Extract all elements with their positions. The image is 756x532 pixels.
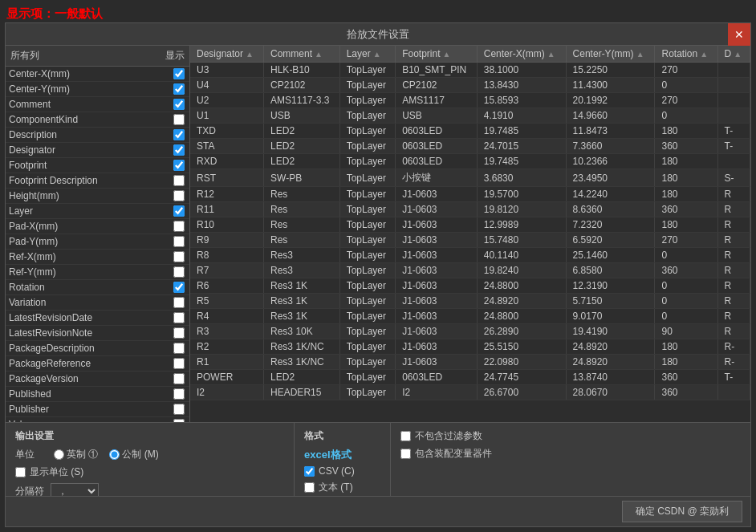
field-label: Ref-X(mm) bbox=[9, 251, 173, 262]
field-label: Layer bbox=[9, 205, 173, 217]
field-label: Published bbox=[9, 388, 173, 400]
field-checkbox[interactable] bbox=[173, 160, 185, 171]
table-row[interactable]: R7Res3TopLayerJ1-060319.82406.8580360R bbox=[190, 263, 750, 278]
csv-checkbox[interactable] bbox=[304, 466, 315, 477]
field-checkbox[interactable] bbox=[173, 388, 185, 400]
unit-row: 单位 英制 ① 公制 (M) bbox=[15, 448, 284, 461]
field-label: Footprint Description bbox=[9, 175, 173, 186]
field-checkbox[interactable] bbox=[173, 175, 185, 186]
field-checkbox[interactable] bbox=[173, 373, 185, 384]
table-row[interactable]: I2HEADER15TopLayerI226.670028.0670360 bbox=[190, 385, 750, 400]
table-row[interactable]: TXDLED2TopLayer0603LED19.748511.8473180T… bbox=[190, 124, 750, 139]
dialog-title: 拾放文件设置 bbox=[347, 27, 409, 42]
field-label: Ref-Y(mm) bbox=[9, 266, 173, 278]
table-row[interactable]: U2AMS1117-3.3TopLayerAMS111715.859320.19… bbox=[190, 93, 750, 108]
table-row[interactable]: R5Res3 1KTopLayerJ1-060324.89205.71500R bbox=[190, 294, 750, 309]
field-label: Variation bbox=[9, 297, 173, 308]
field-label: Footprint bbox=[9, 160, 173, 171]
table-header-d: D▲ bbox=[717, 46, 750, 63]
table-row[interactable]: R3Res3 10KTopLayerJ1-060326.289019.41909… bbox=[190, 324, 750, 339]
field-checkbox[interactable] bbox=[173, 68, 185, 79]
imperial-radio[interactable] bbox=[54, 449, 64, 460]
field-checkbox[interactable] bbox=[173, 404, 185, 415]
field-checkbox[interactable] bbox=[173, 282, 185, 293]
field-checkbox[interactable] bbox=[173, 129, 185, 140]
col-all-label: 所有列 bbox=[10, 49, 39, 63]
table-row[interactable]: U4CP2102TopLayerCP210213.843011.43000 bbox=[190, 78, 750, 93]
table-row[interactable]: R11ResTopLayerJ1-060319.81208.6360360R bbox=[190, 202, 750, 217]
text-label: 文本 (T) bbox=[319, 481, 353, 494]
field-checkbox[interactable] bbox=[173, 144, 185, 156]
right-panel: Designator▲Comment▲Layer▲Footprint▲Cente… bbox=[190, 46, 750, 422]
field-checkbox[interactable] bbox=[173, 190, 185, 201]
field-label: ComponentKind bbox=[9, 114, 173, 125]
field-checkbox[interactable] bbox=[173, 343, 185, 354]
field-item: Rotation bbox=[6, 280, 189, 295]
field-item: Publisher bbox=[6, 402, 189, 417]
metric-radio[interactable] bbox=[109, 449, 120, 460]
show-unit-checkbox[interactable] bbox=[15, 467, 26, 477]
include-variant-label: 包含装配变量器件 bbox=[415, 447, 492, 461]
ok-button[interactable]: 确定 CSDN @ 栾勋利 bbox=[622, 501, 742, 522]
table-row[interactable]: R2Res3 1K/NCTopLayerJ1-060325.515024.892… bbox=[190, 339, 750, 355]
table-row[interactable]: RXDLED2TopLayer0603LED19.748510.2366180 bbox=[190, 154, 750, 169]
close-button[interactable]: ✕ bbox=[728, 23, 750, 46]
field-label: Publisher bbox=[9, 404, 173, 415]
field-checkbox[interactable] bbox=[173, 205, 185, 217]
table-row[interactable]: R6Res3 1KTopLayerJ1-060324.880012.31900R bbox=[190, 278, 750, 294]
field-label: Rotation bbox=[9, 282, 173, 293]
field-checkbox[interactable] bbox=[173, 236, 185, 247]
col-show-label: 显示 bbox=[165, 49, 185, 63]
unit-label: 单位 bbox=[15, 448, 47, 461]
format-annotation: excel格式 bbox=[304, 448, 380, 462]
table-row[interactable]: R12ResTopLayerJ1-060319.570014.2240180R bbox=[190, 187, 750, 202]
table-row[interactable]: POWERLED2TopLayer0603LED24.774513.874036… bbox=[190, 370, 750, 385]
table-row[interactable]: R10ResTopLayerJ1-060312.99897.2320180R bbox=[190, 217, 750, 233]
imperial-radio-label[interactable]: 英制 ① bbox=[54, 448, 98, 461]
table-header-footprint: Footprint▲ bbox=[396, 46, 478, 63]
table-row[interactable]: U1USBTopLayerUSB4.191014.96600 bbox=[190, 108, 750, 124]
field-item: Pad-Y(mm) bbox=[6, 234, 189, 250]
field-checkbox[interactable] bbox=[173, 327, 185, 339]
field-item: Layer bbox=[6, 204, 189, 219]
field-checkbox[interactable] bbox=[173, 99, 185, 110]
table-row[interactable]: R9ResTopLayerJ1-060315.74806.5920270R bbox=[190, 233, 750, 248]
field-checkbox[interactable] bbox=[173, 114, 185, 125]
field-checkbox[interactable] bbox=[173, 251, 185, 262]
field-checkbox[interactable] bbox=[173, 266, 185, 278]
field-label: Center-X(mm) bbox=[9, 68, 173, 79]
field-item: PackageDescription bbox=[6, 341, 189, 356]
dialog: 拾放文件设置 ✕ 所有列 显示 Center-X(mm)Center-Y(mm)… bbox=[5, 22, 751, 527]
include-variant-checkbox[interactable] bbox=[400, 449, 411, 459]
field-item: Variation bbox=[6, 295, 189, 311]
field-checkbox[interactable] bbox=[173, 83, 185, 95]
field-label: LatestRevisionNote bbox=[9, 327, 173, 339]
field-item: Published bbox=[6, 387, 189, 402]
field-checkbox[interactable] bbox=[173, 297, 185, 308]
table-header-designator: Designator▲ bbox=[190, 46, 264, 63]
field-label: Height(mm) bbox=[9, 190, 173, 201]
field-item: Ref-X(mm) bbox=[6, 250, 189, 265]
exclude-filter-checkbox[interactable] bbox=[400, 431, 411, 441]
text-checkbox[interactable] bbox=[304, 482, 315, 493]
table-row[interactable]: STALED2TopLayer0603LED24.70157.3660360T- bbox=[190, 139, 750, 154]
field-label: Pad-X(mm) bbox=[9, 221, 173, 232]
field-checkbox[interactable] bbox=[173, 221, 185, 232]
field-checkbox[interactable] bbox=[173, 312, 185, 323]
table-row[interactable]: U3HLK-B10TopLayerB10_SMT_PIN38.100015.22… bbox=[190, 63, 750, 78]
field-item: Designator bbox=[6, 143, 189, 158]
title-bar: 拾放文件设置 ✕ bbox=[6, 23, 750, 46]
table-header-layer: Layer▲ bbox=[339, 46, 395, 63]
table-row[interactable]: R8Res3TopLayerJ1-060340.114025.14600R bbox=[190, 248, 750, 263]
csv-row: CSV (C) bbox=[304, 465, 380, 477]
table-header-centerymm: Center-Y(mm)▲ bbox=[566, 46, 655, 63]
imperial-label: 英制 ① bbox=[67, 448, 98, 461]
table-wrapper[interactable]: Designator▲Comment▲Layer▲Footprint▲Cente… bbox=[190, 46, 750, 422]
table-row[interactable]: R4Res3 1KTopLayerJ1-060324.88009.01700R bbox=[190, 309, 750, 324]
table-row[interactable]: RSTSW-PBTopLayer小按键3.683023.4950180S- bbox=[190, 169, 750, 187]
table-row[interactable]: R1Res3 1K/NCTopLayerJ1-060322.098024.892… bbox=[190, 355, 750, 370]
metric-radio-label[interactable]: 公制 (M) bbox=[109, 448, 158, 461]
csv-label: CSV (C) bbox=[319, 465, 355, 477]
field-label: LatestRevisionDate bbox=[9, 312, 173, 323]
field-checkbox[interactable] bbox=[173, 358, 185, 369]
